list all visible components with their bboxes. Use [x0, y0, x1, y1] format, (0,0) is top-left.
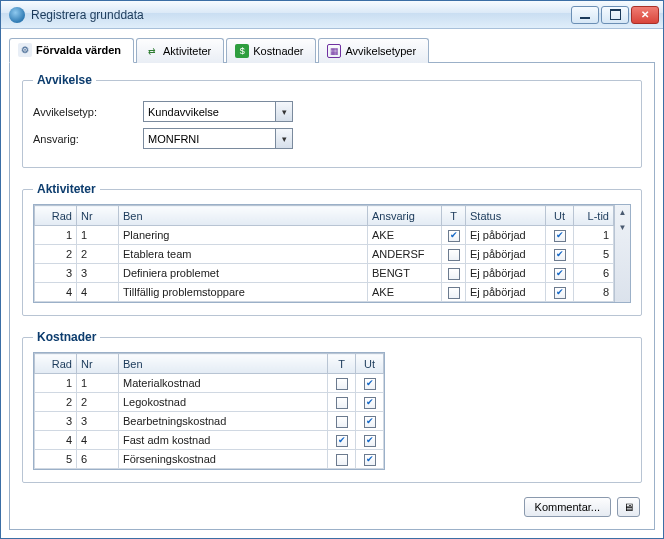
cell-status[interactable]: Ej påbörjad — [466, 226, 546, 245]
tab-forvalda-varden[interactable]: ⚙ Förvalda värden — [9, 38, 134, 63]
cell-ben[interactable]: Materialkostnad — [119, 374, 328, 393]
checkbox[interactable] — [554, 230, 566, 242]
checkbox[interactable] — [554, 249, 566, 261]
cell-t[interactable] — [328, 412, 356, 431]
table-row[interactable]: 4 4 Tillfällig problemstoppare AKE Ej på… — [35, 283, 614, 302]
col-ltid[interactable]: L-tid — [574, 206, 614, 226]
table-row[interactable]: 3 3 Definiera problemet BENGT Ej påbörja… — [35, 264, 614, 283]
cell-ben[interactable]: Planering — [119, 226, 368, 245]
col-ansvarig[interactable]: Ansvarig — [368, 206, 442, 226]
cell-nr[interactable]: 2 — [77, 393, 119, 412]
checkbox[interactable] — [448, 268, 460, 280]
cell-ben[interactable]: Etablera team — [119, 245, 368, 264]
cell-t[interactable] — [328, 393, 356, 412]
col-ben[interactable]: Ben — [119, 206, 368, 226]
close-button[interactable] — [631, 6, 659, 24]
cell-ut[interactable] — [356, 431, 384, 450]
avvikelsetyp-combo[interactable]: Kundavvikelse — [143, 101, 293, 122]
checkbox[interactable] — [336, 397, 348, 409]
checkbox[interactable] — [448, 287, 460, 299]
table-row[interactable]: 4 4 Fast adm kostnad — [35, 431, 384, 450]
cell-ansvarig[interactable]: ANDERSF — [368, 245, 442, 264]
kommentar-button[interactable]: Kommentar... — [524, 497, 611, 517]
cell-ben[interactable]: Bearbetningskostnad — [119, 412, 328, 431]
scroll-down-icon[interactable]: ▼ — [615, 220, 630, 235]
col-nr[interactable]: Nr — [77, 354, 119, 374]
cell-nr[interactable]: 4 — [77, 431, 119, 450]
cell-ut[interactable] — [356, 393, 384, 412]
cell-nr[interactable]: 2 — [77, 245, 119, 264]
ansvarig-combo[interactable]: MONFRNI — [143, 128, 293, 149]
cell-nr[interactable]: 4 — [77, 283, 119, 302]
cell-status[interactable]: Ej påbörjad — [466, 264, 546, 283]
cell-ltid[interactable]: 8 — [574, 283, 614, 302]
checkbox[interactable] — [336, 378, 348, 390]
table-row[interactable]: 2 2 Legokostnad — [35, 393, 384, 412]
cell-t[interactable] — [442, 283, 466, 302]
checkbox[interactable] — [448, 249, 460, 261]
cell-status[interactable]: Ej påbörjad — [466, 245, 546, 264]
cell-ut[interactable] — [546, 264, 574, 283]
tab-aktiviteter[interactable]: ⇄ Aktiviteter — [136, 38, 224, 63]
cell-ben[interactable]: Definiera problemet — [119, 264, 368, 283]
tab-kostnader[interactable]: $ Kostnader — [226, 38, 316, 63]
checkbox[interactable] — [364, 416, 376, 428]
tab-avvikelsetyper[interactable]: ▦ Avvikelsetyper — [318, 38, 429, 63]
table-row[interactable]: 1 1 Materialkostnad — [35, 374, 384, 393]
col-ut[interactable]: Ut — [356, 354, 384, 374]
kostnader-grid[interactable]: Rad Nr Ben T Ut 1 1 Materialkostnad 2 2 … — [33, 352, 385, 470]
table-row[interactable]: 2 2 Etablera team ANDERSF Ej påbörjad 5 — [35, 245, 614, 264]
cell-ansvarig[interactable]: AKE — [368, 283, 442, 302]
col-t[interactable]: T — [328, 354, 356, 374]
cell-t[interactable] — [442, 245, 466, 264]
cell-ut[interactable] — [546, 245, 574, 264]
col-ut[interactable]: Ut — [546, 206, 574, 226]
cell-ut[interactable] — [356, 450, 384, 469]
scroll-up-icon[interactable]: ▲ — [615, 205, 630, 220]
cell-t[interactable] — [328, 374, 356, 393]
table-row[interactable]: 3 3 Bearbetningskostnad — [35, 412, 384, 431]
col-nr[interactable]: Nr — [77, 206, 119, 226]
cell-ansvarig[interactable]: AKE — [368, 226, 442, 245]
checkbox[interactable] — [554, 287, 566, 299]
col-ben[interactable]: Ben — [119, 354, 328, 374]
cell-nr[interactable]: 6 — [77, 450, 119, 469]
cell-nr[interactable]: 3 — [77, 412, 119, 431]
cell-nr[interactable]: 3 — [77, 264, 119, 283]
maximize-button[interactable] — [601, 6, 629, 24]
cell-ansvarig[interactable]: BENGT — [368, 264, 442, 283]
cell-ut[interactable] — [546, 283, 574, 302]
screen-icon-button[interactable]: 🖥 — [617, 497, 640, 517]
checkbox[interactable] — [554, 268, 566, 280]
cell-ltid[interactable]: 6 — [574, 264, 614, 283]
cell-ben[interactable]: Fast adm kostnad — [119, 431, 328, 450]
checkbox[interactable] — [336, 454, 348, 466]
checkbox[interactable] — [336, 435, 348, 447]
cell-ltid[interactable]: 1 — [574, 226, 614, 245]
checkbox[interactable] — [336, 416, 348, 428]
cell-ut[interactable] — [356, 412, 384, 431]
cell-nr[interactable]: 1 — [77, 226, 119, 245]
checkbox[interactable] — [364, 454, 376, 466]
minimize-button[interactable] — [571, 6, 599, 24]
cell-t[interactable] — [442, 264, 466, 283]
cell-ben[interactable]: Förseningskostnad — [119, 450, 328, 469]
col-status[interactable]: Status — [466, 206, 546, 226]
table-row[interactable]: 1 1 Planering AKE Ej påbörjad 1 — [35, 226, 614, 245]
cell-nr[interactable]: 1 — [77, 374, 119, 393]
col-rad[interactable]: Rad — [35, 354, 77, 374]
cell-ut[interactable] — [546, 226, 574, 245]
cell-t[interactable] — [442, 226, 466, 245]
cell-t[interactable] — [328, 431, 356, 450]
table-row[interactable]: 5 6 Förseningskostnad — [35, 450, 384, 469]
checkbox[interactable] — [364, 397, 376, 409]
col-rad[interactable]: Rad — [35, 206, 77, 226]
col-t[interactable]: T — [442, 206, 466, 226]
cell-ltid[interactable]: 5 — [574, 245, 614, 264]
aktiviteter-scrollbar[interactable]: ▲ ▼ — [614, 205, 630, 302]
cell-ben[interactable]: Tillfällig problemstoppare — [119, 283, 368, 302]
aktiviteter-grid[interactable]: Rad Nr Ben Ansvarig T Status Ut L-tid 1 — [33, 204, 631, 303]
cell-ben[interactable]: Legokostnad — [119, 393, 328, 412]
cell-status[interactable]: Ej påbörjad — [466, 283, 546, 302]
cell-t[interactable] — [328, 450, 356, 469]
